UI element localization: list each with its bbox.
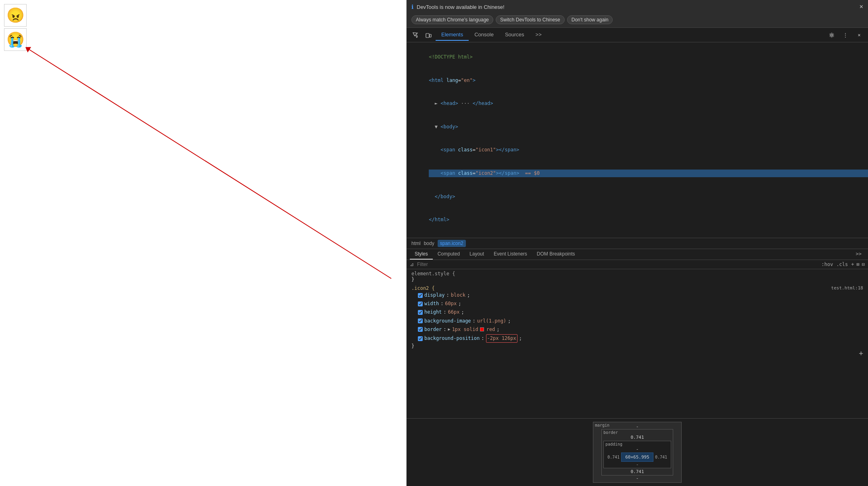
svg-rect-3: [430, 34, 431, 37]
breadcrumb-body[interactable]: body: [424, 241, 434, 246]
dom-span-icon2-selected[interactable]: <span class="icon2"></span> == $0: [411, 162, 863, 185]
dom-tree[interactable]: <!DOCTYPE html> <html lang="en"> ► <head…: [407, 42, 868, 238]
pseudo-filter-cls[interactable]: .cls: [836, 262, 848, 267]
breadcrumb-html[interactable]: html: [411, 241, 421, 246]
styles-filter-input[interactable]: [417, 262, 818, 267]
css-prop-display: display: block;: [411, 291, 863, 300]
tab-styles[interactable]: Styles: [410, 249, 433, 260]
box-border-bottom: 0.741: [603, 469, 671, 474]
tab-layout[interactable]: Layout: [465, 249, 489, 260]
devtools-tabs: Elements Console Sources >>: [436, 29, 547, 41]
dom-doctype: <!DOCTYPE html>: [411, 46, 863, 69]
tab-computed[interactable]: Computed: [433, 249, 465, 260]
box-padding-val: -: [605, 446, 669, 452]
dom-body-open[interactable]: ▼ <body>: [411, 115, 863, 139]
css-rule-element-style: element.style { }: [411, 271, 863, 282]
close-devtools-button[interactable]: ×: [853, 29, 865, 41]
settings-button[interactable]: [826, 29, 837, 41]
tab-more[interactable]: >>: [530, 29, 547, 41]
dom-body-close: </body>: [411, 185, 863, 208]
dismiss-button[interactable]: Don't show again: [567, 15, 613, 24]
svg-rect-2: [426, 34, 429, 38]
box-left-side: 0.741: [607, 455, 620, 459]
tab-dom-breakpoints[interactable]: DOM Breakpoints: [532, 249, 580, 260]
styles-panel: Styles Computed Layout Event Listeners D…: [407, 249, 868, 418]
new-style-rule-button[interactable]: ⊟: [862, 262, 865, 267]
styles-tabs: Styles Computed Layout Event Listeners D…: [407, 249, 868, 260]
emoji-angry: 😠: [4, 4, 27, 27]
css-prop-bg-image-checkbox[interactable]: [418, 318, 423, 323]
css-source-file[interactable]: test.html:18: [831, 285, 863, 291]
css-prop-bg-pos-checkbox[interactable]: [418, 336, 423, 341]
box-model-section: margin - border 0.741 padding - 0.741: [407, 418, 868, 486]
css-rules: element.style { } .icon2 { test.html:18 …: [407, 269, 868, 418]
more-options-button[interactable]: ⋮: [840, 29, 851, 41]
box-border-val: 0.741: [603, 435, 671, 440]
box-model-diagram: margin - border 0.741 padding - 0.741: [411, 422, 863, 483]
match-language-button[interactable]: Always match Chrome's language: [411, 15, 493, 24]
background-position-value[interactable]: -2px 126px: [486, 334, 517, 343]
inspect-element-button[interactable]: [410, 29, 421, 41]
filter-icon: ⊿: [410, 262, 414, 267]
dom-html: <html lang="en">: [411, 69, 863, 92]
box-right-side: 0.741: [655, 455, 667, 459]
svg-line-1: [27, 48, 391, 279]
devtools-panel: ℹ DevTools is now available in Chinese! …: [407, 0, 868, 486]
css-prop-background-position: background-position: -2px 126px;: [411, 334, 863, 343]
filter-right-buttons: + ⊞ ⊟: [851, 262, 865, 267]
devtools-toolbar: Elements Console Sources >> ⋮ ×: [407, 28, 868, 42]
css-rule-icon2: .icon2 { test.html:18 display: block; wi…: [411, 285, 863, 349]
toggle-element-state-button[interactable]: ⊞: [857, 262, 860, 267]
box-content-size: 60×65.995: [621, 452, 653, 462]
breadcrumb-span-icon2[interactable]: span.icon2: [438, 240, 466, 247]
tab-sources[interactable]: Sources: [499, 29, 530, 41]
css-prop-height: height: 66px;: [411, 308, 863, 316]
add-property-button[interactable]: +: [411, 349, 863, 357]
notification-text: DevTools is now available in Chinese!: [417, 4, 856, 10]
dom-html-close: </html>: [411, 208, 863, 232]
box-inner-row: border 0.741 padding - 0.741 60×65.995 0…: [597, 429, 678, 476]
css-icon2-selector[interactable]: .icon2 {: [411, 285, 435, 291]
css-prop-display-checkbox[interactable]: [418, 293, 423, 298]
emoji-container: 😠 😭: [4, 4, 27, 51]
box-margin-bottom: -: [597, 476, 678, 481]
tab-event-listeners[interactable]: Event Listeners: [489, 249, 532, 260]
notification-buttons: Always match Chrome's language Switch De…: [411, 14, 863, 24]
styles-tabs-more[interactable]: >>: [853, 249, 865, 260]
tab-console[interactable]: Console: [469, 29, 499, 41]
box-padding-bottom: -: [605, 462, 669, 467]
box-left-val: [597, 452, 601, 453]
css-prop-width-checkbox[interactable]: [418, 302, 423, 306]
box-right-val: [673, 452, 678, 453]
dom-span-icon1[interactable]: <span class="icon1"></span>: [411, 138, 863, 162]
dom-head[interactable]: ► <head> ··· </head>: [411, 92, 863, 115]
border-expand-arrow[interactable]: ▶: [448, 326, 451, 333]
device-toolbar-button[interactable]: [423, 29, 434, 41]
devtools-breadcrumb: html body span.icon2: [407, 238, 868, 249]
devtools-notification: ℹ DevTools is now available in Chinese! …: [407, 0, 868, 28]
css-prop-border-checkbox[interactable]: [418, 327, 423, 332]
pseudo-filter-hov[interactable]: :hov: [821, 262, 833, 267]
switch-language-button[interactable]: Switch DevTools to Chinese: [496, 15, 565, 24]
browser-viewport: 😠 😭: [0, 0, 407, 486]
css-prop-background-image: background-image: url(1.png);: [411, 317, 863, 325]
css-prop-height-checkbox[interactable]: [418, 310, 423, 315]
box-padding-label: padding: [605, 442, 669, 446]
styles-filter-bar: ⊿ :hov .cls + ⊞ ⊟: [407, 260, 868, 269]
add-style-rule-button[interactable]: +: [851, 262, 854, 267]
box-border-label: border: [603, 430, 671, 435]
emoji-crying: 😭: [4, 28, 27, 51]
css-prop-width: width: 60px;: [411, 300, 863, 308]
info-icon: ℹ: [411, 4, 413, 10]
css-element-style-selector: element.style {: [411, 271, 455, 277]
arrow-annotation: [0, 0, 406, 486]
toolbar-right: ⋮ ×: [826, 29, 865, 41]
box-model-margin: margin - border 0.741 padding - 0.741: [593, 422, 682, 483]
color-swatch-red[interactable]: [480, 327, 484, 331]
notification-close-button[interactable]: ×: [860, 3, 863, 10]
css-prop-border: border: ▶ 1px solid red;: [411, 325, 863, 334]
box-margin-label: margin: [595, 423, 609, 427]
tab-elements[interactable]: Elements: [436, 29, 469, 41]
